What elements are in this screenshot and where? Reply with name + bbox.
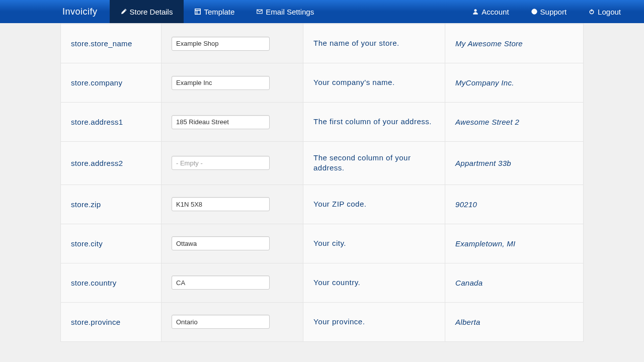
store-fields-table: store.store_nameThe name of your store.M… [60, 23, 584, 342]
layout-icon [195, 9, 201, 15]
field-example: Alberta [445, 302, 584, 341]
nav-label: Support [540, 8, 567, 16]
field-code: store.company [61, 63, 162, 103]
field-description: Your city. [303, 224, 445, 263]
nav-label: Email Settings [266, 8, 314, 16]
field-description: Your country. [303, 263, 445, 302]
field-input-cell [162, 302, 303, 341]
user-icon [472, 9, 478, 15]
power-icon [589, 9, 595, 15]
field-code: store.store_name [61, 24, 162, 63]
nav-template[interactable]: Template [184, 0, 246, 23]
question-icon: ? [531, 9, 537, 15]
nav-right: Account?SupportLogout [461, 0, 632, 23]
field-example: MyCompany Inc. [445, 63, 584, 103]
field-example: Appartment 33b [445, 142, 584, 185]
nav-left: Store DetailsTemplateEmail Settings [110, 0, 326, 23]
nav-email[interactable]: Email Settings [246, 0, 325, 23]
field-input-cell [162, 103, 303, 142]
field-code: store.city [61, 224, 162, 263]
svg-text:?: ? [533, 10, 535, 14]
field-example: Awesome Street 2 [445, 103, 584, 142]
table-row: store.companyYour company's name.MyCompa… [61, 63, 584, 103]
field-input-cell [162, 63, 303, 103]
field-description: Your ZIP code. [303, 185, 445, 224]
field-input[interactable] [172, 276, 270, 290]
nav-support[interactable]: ?Support [520, 0, 578, 23]
table-row: store.zipYour ZIP code.90210 [61, 185, 584, 224]
field-description: The second column of your address. [303, 142, 445, 185]
field-description: The name of your store. [303, 24, 445, 63]
table-row: store.store_nameThe name of your store.M… [61, 24, 584, 63]
table-row: store.countryYour country.Canada [61, 263, 584, 302]
svg-point-4 [474, 10, 477, 12]
field-input[interactable] [172, 37, 270, 51]
store-fields-tbody: store.store_nameThe name of your store.M… [61, 23, 584, 341]
table-row: store.address2The second column of your … [61, 142, 584, 185]
field-example: My Awesome Store [445, 24, 584, 63]
table-row: store.provinceYour province.Alberta [61, 302, 584, 341]
field-input-cell [162, 263, 303, 302]
nav-label: Logout [598, 8, 621, 16]
nav-logout[interactable]: Logout [578, 0, 632, 23]
table-row: store.address1The first column of your a… [61, 103, 584, 142]
top-nav: Invoicify Store DetailsTemplateEmail Set… [0, 0, 644, 23]
field-input-cell [162, 24, 303, 63]
nav-store-details[interactable]: Store Details [110, 0, 184, 23]
nav-label: Account [481, 8, 509, 16]
nav-label: Template [204, 8, 234, 16]
field-code: store.province [61, 302, 162, 341]
field-input-cell [162, 224, 303, 263]
field-input[interactable] [172, 236, 270, 250]
field-example: Canada [445, 263, 584, 302]
field-description: Your province. [303, 302, 445, 341]
field-input[interactable] [172, 156, 270, 170]
field-input-cell [162, 185, 303, 224]
svg-rect-0 [195, 9, 201, 15]
field-code: store.address2 [61, 142, 162, 185]
table-row: store.cityYour city.Exampletown, MI [61, 224, 584, 263]
field-description: The first column of your address. [303, 103, 445, 142]
envelope-icon [257, 9, 263, 15]
field-description: Your company's name. [303, 63, 445, 103]
field-input[interactable] [172, 76, 270, 90]
field-code: store.country [61, 263, 162, 302]
nav-label: Store Details [130, 8, 173, 16]
field-input[interactable] [172, 197, 270, 211]
page-body: store.store_nameThe name of your store.M… [0, 23, 644, 362]
content-panel: store.store_nameThe name of your store.M… [60, 23, 584, 362]
field-input-cell [162, 142, 303, 185]
nav-account[interactable]: Account [461, 0, 520, 23]
field-input[interactable] [172, 115, 270, 129]
field-example: 90210 [445, 185, 584, 224]
field-input[interactable] [172, 315, 270, 329]
field-code: store.address1 [61, 103, 162, 142]
pencil-icon [121, 9, 127, 15]
brand-logo: Invoicify [50, 0, 110, 23]
field-example: Exampletown, MI [445, 224, 584, 263]
field-code: store.zip [61, 185, 162, 224]
